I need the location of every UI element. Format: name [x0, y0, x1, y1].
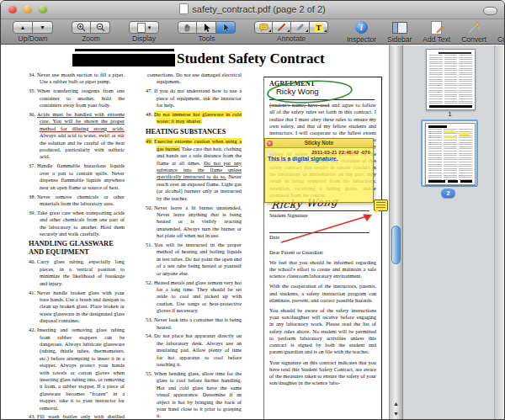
section-heading-heating: HEATING SUBSTANCES — [146, 128, 242, 136]
customize-button[interactable]: Customize — [497, 20, 505, 44]
signature-label: Student Signature — [269, 212, 376, 219]
highlight-T-icon: T — [315, 24, 323, 32]
sidebar-scrollbar[interactable] — [494, 45, 504, 419]
cursor-arrow-icon — [202, 23, 211, 33]
contract-rule-item: 34.Never use mouth suction to fill a pip… — [29, 72, 125, 86]
contract-rule-item: 50.Never leave a lit burner unattended. … — [146, 205, 242, 240]
page-up-button[interactable]: ▲ — [13, 21, 33, 34]
page-2-thumbnail[interactable] — [425, 123, 476, 185]
parent-paragraph-3: You should be aware of the safety instru… — [269, 307, 376, 355]
hand-icon — [183, 23, 192, 32]
typed-signature-text[interactable]: Ricky Wong — [276, 88, 319, 95]
contract-rule-item: 52.Heated metals and glass remain very h… — [146, 279, 242, 315]
cursor-arrow-icon — [221, 23, 231, 33]
salutation: Dear Parent or Guardian: — [269, 249, 376, 256]
student-name-line: Ricky Wong — [269, 88, 375, 100]
add-text-button[interactable]: Add Text — [423, 20, 450, 44]
contract-rule-item: 43.Fill wash bottles only with distilled… — [29, 413, 125, 419]
thumbnail-sidebar: 1 2 — [402, 45, 504, 419]
scrollbar-thumb[interactable] — [391, 226, 401, 264]
toolbar: ▲ ▼ Up/Down Zoom ▾ Display — [1, 19, 504, 45]
document-proxy-icon[interactable] — [179, 3, 189, 14]
magnifier-minus-icon — [96, 23, 105, 32]
contract-rule-item: 51.You will be instructed in the proper … — [146, 242, 242, 277]
magnifier-plus-icon — [77, 23, 86, 32]
hand-tool-button[interactable] — [178, 21, 197, 34]
page-1-thumbnail[interactable] — [426, 49, 476, 110]
title-bar[interactable]: safety_contract.pdf (page 2 of 2) — [1, 1, 504, 19]
inspector-button[interactable]: i Inspector — [347, 20, 376, 44]
select-tool-button-selected[interactable] — [216, 21, 236, 34]
contract-rule-item: 41.Never handle broken glass with your b… — [29, 290, 125, 325]
contract-rule-item: 40.Carry glass tubing, especially long p… — [29, 258, 125, 287]
sticky-note-author: ws — [268, 149, 274, 155]
parent-paragraph-4: Your signature on this contract indicate… — [269, 359, 376, 387]
sticky-note-close-button[interactable]: × — [267, 141, 273, 146]
parent-paragraph-1: We feel that you should be informed rega… — [269, 259, 376, 280]
contract-rule-item: 49.Exercise extreme caution when using a… — [146, 138, 242, 202]
pencil-overlay-icon — [436, 25, 444, 34]
contract-rule-item: 38.Never remove chemicals or other mater… — [29, 194, 125, 208]
note-bubble-icon — [259, 23, 268, 32]
sticky-note-anchor-icon[interactable] — [374, 199, 388, 211]
sticky-note-header[interactable]: × Sticky Note — [265, 139, 373, 148]
content-area: Student Safety Contract 34.Never use mou… — [1, 45, 504, 419]
sidebar-button[interactable]: Sidebar — [387, 20, 412, 44]
contract-rule-item: 35.When transferring reagents from one c… — [29, 88, 125, 109]
redaction-bar-thin — [75, 49, 174, 51]
scroll-down-arrow[interactable]: ▼ — [390, 409, 402, 419]
sticky-note-title: Sticky Note — [265, 139, 373, 147]
page-display-icon — [137, 23, 146, 33]
contract-rule-item: 39.Take great care when transporting aci… — [29, 210, 125, 238]
document-scrollbar[interactable]: ▲ ▼ — [389, 45, 402, 419]
document-column-2: connections. Do not use damaged electric… — [146, 72, 242, 419]
contract-rule-item: 42.Inserting and removing glass tubing f… — [29, 327, 125, 412]
add-line-button[interactable] — [273, 21, 291, 34]
add-note-button[interactable] — [254, 21, 273, 34]
sticky-note-meta: ws 2011-03-21 22:46:42 -070 — [265, 148, 373, 155]
contract-rule-item: 47.If you do not understand how to use a… — [146, 88, 242, 109]
zoom-in-button[interactable] — [72, 21, 91, 34]
page-1-label: 1 — [426, 110, 474, 118]
parent-paragraph-2: With the cooperation of the instructors,… — [269, 283, 376, 304]
display-group: ▾ Display — [129, 21, 159, 43]
convert-button[interactable]: Convert — [461, 20, 486, 44]
document-column-1: 34.Never use mouth suction to fill a pip… — [29, 72, 125, 419]
sticky-note-timestamp: 2011-03-21 22:46:42 -070 — [311, 150, 370, 155]
zoom-group: Zoom — [72, 21, 110, 43]
section-heading-glassware: HANDLING GLASSWARE AND EQUIPMENT — [29, 240, 125, 256]
updown-group: ▲ ▼ Up/Down — [13, 21, 53, 43]
add-freehand-button[interactable] — [291, 21, 310, 34]
contract-rule-item: 54.Do not place hot apparatus directly o… — [146, 332, 242, 368]
contract-rule-item: 36.Acids must be handled with extreme ca… — [29, 111, 125, 161]
redaction-bar — [72, 54, 175, 66]
contract-rule-item: 53.Never look into a container that is b… — [146, 316, 242, 331]
sticky-note-body[interactable]: This is a digital signature. — [265, 155, 373, 162]
agreement-box: AGREEMENT Ricky Wong (student's name) ha… — [263, 77, 382, 419]
pdf-page-view[interactable]: Student Safety Contract 34.Never use mou… — [1, 45, 389, 419]
zoom-out-button[interactable] — [91, 21, 110, 34]
display-menu-button[interactable]: ▾ — [129, 21, 159, 34]
tools-group: Tools — [178, 21, 236, 43]
scroll-up-arrow[interactable]: ▲ — [390, 399, 402, 409]
struck-text: (student's name) have read — [269, 102, 329, 108]
contract-rule-item: 37.Handle flammable hazardous liquids ov… — [29, 162, 125, 191]
toolbar-toggle-button[interactable] — [483, 7, 497, 15]
page-down-button[interactable]: ▼ — [33, 21, 53, 34]
page-2-badge: 2 — [441, 189, 455, 198]
inspector-icon: i — [355, 21, 368, 34]
magic-wand-icon — [467, 21, 481, 35]
sidebar-icon — [392, 22, 407, 34]
contract-rule-item: 55.When bending glass, allow time for th… — [146, 370, 242, 419]
date-label: Date — [269, 234, 376, 241]
page-2-thumbnail-selected[interactable] — [421, 120, 478, 187]
sticky-note-popup[interactable]: × Sticky Note ws 2011-03-21 22:46:42 -07… — [264, 138, 374, 203]
highlight-text-button[interactable]: T — [310, 21, 328, 34]
annotate-group: T Annotate — [254, 21, 328, 43]
red-line-icon — [277, 23, 286, 32]
app-window: safety_contract.pdf (page 2 of 2) ▲ ▼ Up… — [0, 0, 505, 420]
pencil-icon — [295, 23, 305, 32]
date-line — [269, 231, 369, 233]
text-tool-button[interactable] — [197, 21, 216, 34]
document-title: Student Safety Contract — [177, 51, 325, 67]
